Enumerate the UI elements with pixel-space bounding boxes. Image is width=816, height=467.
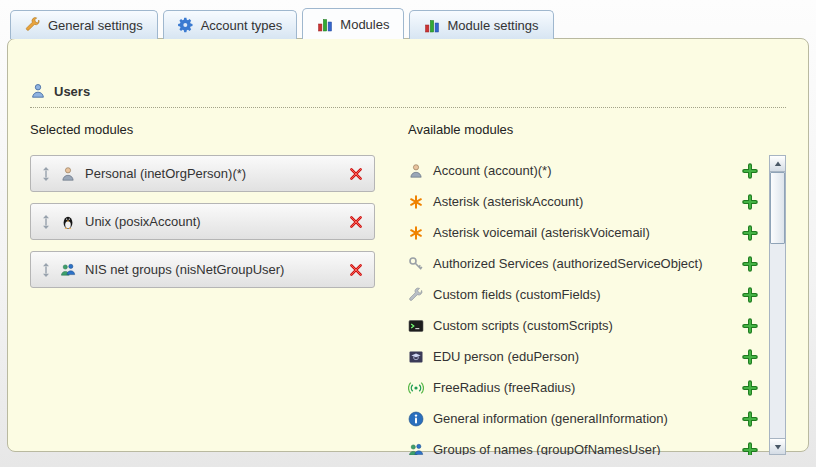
info-icon [408, 411, 424, 427]
module-label: FreeRadius (freeRadius) [433, 380, 733, 395]
add-module-button[interactable] [742, 349, 758, 365]
radius-icon [408, 380, 424, 396]
tab-bar: General settingsAccount typesModulesModu… [10, 8, 806, 39]
gear-icon [178, 17, 194, 33]
available-modules-column: Available modules Account (account)(*)As… [408, 122, 786, 455]
edu-icon [408, 349, 424, 365]
available-module-row: Custom scripts (customScripts) [408, 310, 758, 341]
tools-icon [25, 17, 41, 33]
scroll-down-button[interactable] [770, 438, 785, 454]
tab-label: Account types [201, 18, 283, 33]
available-module-row: EDU person (eduPerson) [408, 341, 758, 372]
group-icon [60, 262, 76, 278]
person-icon [408, 163, 424, 179]
module-label: Account (account)(*) [433, 163, 733, 178]
module-label: EDU person (eduPerson) [433, 349, 733, 364]
add-module-button[interactable] [742, 194, 758, 210]
add-module-button[interactable] [742, 411, 758, 427]
scroll-up-button[interactable] [770, 156, 785, 172]
users-icon [30, 83, 46, 99]
modules-icon [317, 16, 333, 32]
remove-module-button[interactable] [348, 166, 364, 182]
add-module-button[interactable] [742, 318, 758, 334]
available-modules-list-wrap: Account (account)(*)Asterisk (asteriskAc… [408, 155, 786, 455]
remove-module-button[interactable] [348, 214, 364, 230]
tab-label: Modules [340, 17, 389, 32]
add-module-button[interactable] [742, 225, 758, 241]
module-label: Asterisk voicemail (asteriskVoicemail) [433, 225, 733, 240]
module-label: Custom scripts (customScripts) [433, 318, 733, 333]
module-settings-icon [424, 17, 440, 33]
add-module-button[interactable] [742, 442, 758, 456]
wrench-gray-icon [408, 287, 424, 303]
module-label: Groups of names (groupOfNamesUser) [433, 442, 733, 455]
module-label: General information (generalInformation) [433, 411, 733, 426]
selected-module-row: Unix (posixAccount) [30, 203, 375, 240]
tab-module-settings[interactable]: Module settings [409, 10, 553, 39]
available-module-row: Asterisk (asteriskAccount) [408, 186, 758, 217]
available-module-row: Authorized Services (authorizedServiceOb… [408, 248, 758, 279]
add-module-button[interactable] [742, 380, 758, 396]
add-module-button[interactable] [742, 287, 758, 303]
available-module-row: Custom fields (customFields) [408, 279, 758, 310]
drag-handle-icon[interactable] [41, 263, 51, 277]
selected-modules-column: Selected modules Personal (inetOrgPerson… [30, 122, 388, 455]
available-modules-scrollbar[interactable] [769, 155, 786, 455]
available-modules-heading: Available modules [408, 122, 786, 137]
terminal-icon [408, 318, 424, 334]
scrollbar-track[interactable] [770, 172, 785, 438]
section-title: Users [54, 84, 90, 99]
group-icon [408, 442, 424, 456]
available-module-row: Account (account)(*) [408, 155, 758, 186]
tab-account-types[interactable]: Account types [163, 10, 298, 39]
add-module-button[interactable] [742, 163, 758, 179]
keys-icon [408, 256, 424, 272]
selected-modules-heading: Selected modules [30, 122, 388, 137]
tab-modules[interactable]: Modules [302, 8, 404, 39]
selected-module-row: NIS net groups (nisNetGroupUser) [30, 251, 375, 288]
module-label: Personal (inetOrgPerson)(*) [85, 166, 339, 181]
available-module-row: FreeRadius (freeRadius) [408, 372, 758, 403]
tab-general-settings[interactable]: General settings [10, 10, 158, 39]
penguin-icon [60, 214, 76, 230]
drag-handle-icon[interactable] [41, 215, 51, 229]
module-label: Asterisk (asteriskAccount) [433, 194, 733, 209]
selected-module-row: Personal (inetOrgPerson)(*) [30, 155, 375, 192]
scrollbar-thumb[interactable] [770, 172, 785, 244]
remove-module-button[interactable] [348, 262, 364, 278]
asterisk-icon [408, 225, 424, 241]
module-columns: Selected modules Personal (inetOrgPerson… [30, 122, 786, 455]
module-label: Unix (posixAccount) [85, 214, 339, 229]
person-icon [60, 166, 76, 182]
drag-handle-icon[interactable] [41, 167, 51, 181]
module-label: Custom fields (customFields) [433, 287, 733, 302]
available-module-row: General information (generalInformation) [408, 403, 758, 434]
available-modules-list: Account (account)(*)Asterisk (asteriskAc… [408, 155, 786, 455]
lam-configuration-window: General settingsAccount typesModulesModu… [0, 0, 816, 467]
asterisk-icon [408, 194, 424, 210]
section-header: Users [30, 83, 786, 108]
available-module-row: Groups of names (groupOfNamesUser) [408, 434, 758, 455]
available-module-row: Asterisk voicemail (asteriskVoicemail) [408, 217, 758, 248]
tab-label: Module settings [447, 18, 538, 33]
module-label: Authorized Services (authorizedServiceOb… [433, 256, 733, 271]
modules-panel: Users Selected modules Personal (inetOrg… [7, 38, 809, 452]
selected-modules-list: Personal (inetOrgPerson)(*)Unix (posixAc… [30, 155, 388, 288]
add-module-button[interactable] [742, 256, 758, 272]
tab-label: General settings [48, 18, 143, 33]
module-label: NIS net groups (nisNetGroupUser) [85, 262, 339, 277]
